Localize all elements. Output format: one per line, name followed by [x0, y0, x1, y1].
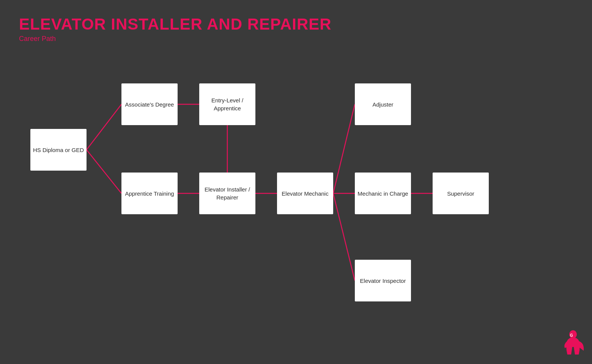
svg-line-6: [333, 104, 355, 193]
svg-text:G: G: [570, 333, 573, 337]
node-elevator-inspector: Elevator Inspector: [355, 260, 411, 301]
svg-line-1: [87, 150, 121, 193]
page-title: ELEVATOR INSTALLER AND REPAIRER: [19, 15, 332, 33]
node-supervisor: Supervisor: [433, 173, 489, 214]
node-elevator-mechanic: Elevator Mechanic: [277, 173, 333, 214]
node-adjuster: Adjuster: [355, 83, 411, 125]
page-subtitle: Career Path: [19, 35, 332, 43]
node-elevator-installer: Elevator Installer / Repairer: [199, 173, 255, 214]
logo: G: [562, 330, 584, 356]
node-entry-level: Entry-Level / Apprentice: [199, 83, 255, 125]
svg-line-0: [87, 104, 121, 150]
node-associates-degree: Associate's Degree: [121, 83, 178, 125]
header: ELEVATOR INSTALLER AND REPAIRER Career P…: [19, 15, 332, 43]
logo-icon: G: [562, 330, 584, 356]
svg-line-8: [333, 193, 355, 281]
node-hs-diploma: HS Diploma or GED: [30, 129, 87, 171]
node-apprentice-training: Apprentice Training: [121, 173, 178, 214]
node-mechanic-charge: Mechanic in Charge: [355, 173, 411, 214]
